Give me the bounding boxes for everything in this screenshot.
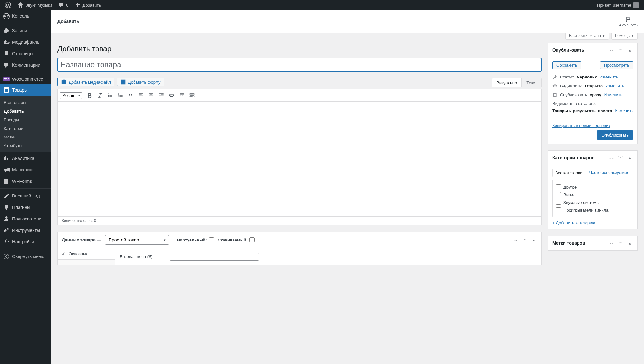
pin-icon — [3, 27, 10, 34]
sidebar-item-products[interactable]: Товары — [0, 84, 51, 96]
account-link[interactable]: Привет, username — [594, 0, 641, 10]
activity-button[interactable]: Активность — [619, 16, 638, 27]
move-down-button[interactable]: ﹀ — [617, 46, 625, 54]
sidebar-item-marketing[interactable]: Маркетинг — [0, 164, 51, 175]
category-checkbox[interactable] — [556, 184, 561, 189]
category-item[interactable]: Другое — [556, 183, 630, 191]
user-icon — [3, 216, 10, 222]
read-more-button[interactable] — [177, 91, 187, 100]
product-tab-general[interactable]: Основные — [58, 248, 115, 260]
format-select[interactable]: Абзац — [60, 92, 82, 99]
category-item[interactable]: Звуковые системы — [556, 198, 630, 206]
sidebar-item-comments[interactable]: Комментарии — [0, 59, 51, 71]
base-price-input[interactable] — [170, 253, 259, 261]
submenu-tags[interactable]: Метки — [0, 133, 51, 141]
sidebar-item-analytics[interactable]: Аналитика — [0, 152, 51, 164]
move-up-button[interactable]: ︿ — [608, 239, 616, 247]
comments-link[interactable]: 0 — [55, 0, 71, 10]
move-down-button[interactable]: ﹀ — [617, 239, 625, 247]
align-center-button[interactable] — [146, 91, 156, 100]
add-new-link[interactable]: Добавить — [72, 0, 103, 10]
add-category-link[interactable]: + Добавить категорию — [552, 220, 595, 225]
sidebar-item-media[interactable]: Медиафайлы — [0, 36, 51, 48]
submenu-all-products[interactable]: Все товары — [0, 98, 51, 107]
bullet-list-button[interactable] — [105, 91, 115, 100]
help-toggle[interactable]: Помощь▼ — [611, 33, 638, 40]
copy-to-draft-link[interactable]: Копировать в новый черновик — [552, 123, 610, 128]
analytics-icon — [3, 155, 10, 161]
sidebar-item-appearance[interactable]: Внешний вид — [0, 190, 51, 202]
toggle-button[interactable]: ▴ — [626, 154, 633, 161]
move-down-button[interactable]: ﹀ — [521, 236, 529, 244]
product-type-select[interactable]: Простой товар — [105, 235, 169, 245]
publish-button[interactable]: Опубликовать — [597, 130, 633, 140]
downloadable-checkbox[interactable] — [249, 237, 255, 242]
submenu-add-product[interactable]: Добавить — [0, 107, 51, 115]
form-icon — [3, 178, 10, 184]
sidebar-item-posts[interactable]: Записи — [0, 25, 51, 36]
toggle-button[interactable]: ▴ — [626, 46, 633, 54]
blockquote-button[interactable] — [126, 91, 135, 100]
category-item[interactable]: Винил — [556, 191, 630, 198]
site-home-link[interactable]: Звуки Музыки — [15, 0, 55, 10]
sidebar-item-settings[interactable]: Настройки — [0, 236, 51, 248]
virtual-checkbox[interactable] — [209, 237, 214, 242]
downloadable-checkbox-label[interactable]: Скачиваемый: — [218, 237, 255, 242]
sidebar-item-tools[interactable]: Инструменты — [0, 225, 51, 236]
edit-date-link[interactable]: Изменить — [604, 93, 623, 97]
category-checkbox[interactable] — [556, 192, 561, 197]
tab-visual[interactable]: Визуально — [492, 78, 522, 87]
numbered-list-button[interactable]: 123 — [116, 91, 125, 100]
tab-text[interactable]: Текст — [522, 78, 542, 87]
editor-body[interactable] — [57, 102, 542, 217]
toolbar-toggle-button[interactable] — [187, 91, 197, 100]
bold-button[interactable] — [85, 91, 95, 100]
move-up-button[interactable]: ︿ — [608, 154, 616, 161]
category-checkbox[interactable] — [556, 200, 561, 205]
sidebar-item-pages[interactable]: Страницы — [0, 48, 51, 59]
toggle-button[interactable]: ▴ — [530, 236, 538, 244]
move-up-button[interactable]: ︿ — [512, 236, 520, 244]
product-title-input[interactable] — [57, 58, 542, 72]
sidebar-item-woocommerce[interactable]: woo WooCommerce — [0, 74, 51, 84]
sidebar-item-users[interactable]: Пользователи — [0, 213, 51, 225]
key-icon — [552, 74, 557, 79]
screen-options-toggle[interactable]: Настройки экрана▼ — [565, 33, 609, 40]
edit-visibility-link[interactable]: Изменить — [605, 84, 624, 88]
svg-rect-10 — [191, 94, 192, 94]
add-form-button[interactable]: Добавить форму — [117, 78, 164, 86]
virtual-checkbox-label[interactable]: Виртуальный: — [177, 237, 214, 242]
tags-box: Метки товаров ︿ ﹀ ▴ — [548, 236, 638, 251]
category-checkbox[interactable] — [556, 207, 561, 212]
publish-date-row: Опубликовать сразу Изменить — [552, 90, 633, 99]
plugin-icon — [3, 204, 10, 211]
move-down-button[interactable]: ﹀ — [617, 154, 625, 161]
settings-icon — [3, 239, 10, 245]
italic-button[interactable] — [95, 91, 105, 100]
link-button[interactable] — [167, 91, 176, 100]
sidebar-item-wpforms[interactable]: WPForms — [0, 175, 51, 187]
collapse-menu[interactable]: Свернуть меню — [0, 251, 51, 262]
sidebar-item-plugins[interactable]: Плагины — [0, 202, 51, 213]
wordpress-logo[interactable] — [3, 0, 14, 10]
preview-button[interactable]: Просмотреть — [600, 61, 633, 69]
edit-status-link[interactable]: Изменить — [599, 75, 618, 79]
align-right-button[interactable] — [157, 91, 166, 100]
save-draft-button[interactable]: Сохранить — [552, 61, 581, 69]
page-icon — [3, 50, 10, 57]
submenu-brands[interactable]: Бренды — [0, 115, 51, 124]
add-media-button[interactable]: Добавить медиафайл — [57, 78, 114, 86]
category-item[interactable]: Проигрыватели винила — [556, 206, 630, 214]
edit-catalog-link[interactable]: Изменить — [615, 108, 633, 113]
svg-rect-13 — [191, 96, 192, 97]
toggle-button[interactable]: ▴ — [626, 239, 633, 247]
submenu-attributes[interactable]: Атрибуты — [0, 141, 51, 150]
tab-all-categories[interactable]: Все категории — [552, 169, 585, 177]
tab-popular-categories[interactable]: Часто используемые — [589, 169, 629, 176]
category-list: Другое Винил Звуковые системы Проигрыват… — [552, 180, 633, 217]
align-left-button[interactable] — [136, 91, 146, 100]
sidebar-item-dashboard[interactable]: Консоль — [0, 10, 51, 22]
submenu-categories[interactable]: Категории — [0, 124, 51, 133]
admin-bar: Звуки Музыки 0 Добавить Привет, username — [0, 0, 644, 10]
move-up-button[interactable]: ︿ — [608, 46, 616, 54]
